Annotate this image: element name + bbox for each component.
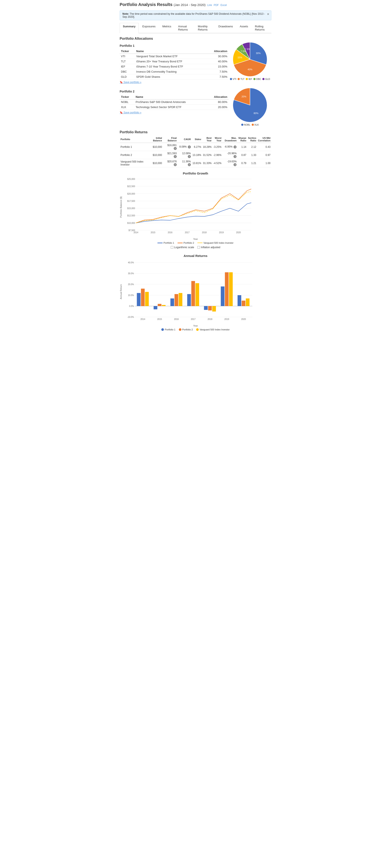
tab-rolling-returns[interactable]: Rolling Returns	[252, 23, 271, 33]
portfolio-returns-table: Portfolio InitialBalance FinalBalance CA…	[120, 136, 271, 167]
allocation-cell: 40.00%	[206, 59, 229, 64]
svg-rect-43	[141, 288, 145, 306]
sortino-cell: 2.12	[247, 143, 257, 151]
portfolio2-legend: NOBLXLK	[241, 123, 259, 126]
portfolio2-section: Portfolio 2 Ticker Name Allocation NOBLP…	[120, 88, 271, 126]
svg-text:$15,000: $15,000	[127, 207, 135, 210]
annual-returns-chart-container: Annual Return -10.0%0.0%10.0%20.0%30.0%4…	[120, 259, 271, 324]
log-scale-checkbox[interactable]	[171, 246, 173, 249]
tab-summary[interactable]: Summary	[120, 23, 139, 33]
annual-chart-svg: -10.0%0.0%10.0%20.0%30.0%40.0%2014201520…	[123, 259, 255, 323]
svg-rect-51	[175, 294, 178, 306]
returns-col-maxdd: Max.Drawdown	[222, 136, 237, 143]
svg-text:30%: 30%	[256, 52, 261, 55]
growth-legend-vanguard-line	[198, 243, 203, 243]
svg-text:2016: 2016	[174, 318, 179, 320]
svg-text:30.0%: 30.0%	[128, 272, 134, 275]
table-row: TLTiShares 20+ Year Treasury Bond ETF40.…	[120, 59, 229, 64]
portfolio1-section: Portfolio 1 Ticker Name Allocation VTIVa…	[120, 42, 271, 84]
growth-legend-p2-label: Portfolio 2	[184, 242, 194, 244]
legend-item: DBC	[253, 78, 261, 80]
svg-text:$25,000: $25,000	[127, 178, 135, 180]
info-icon[interactable]: ℹ	[174, 163, 177, 166]
portfolio-allocations-title: Portfolio Allocations	[120, 37, 271, 40]
close-icon[interactable]: ✕	[267, 12, 269, 16]
col-name: Name	[135, 49, 206, 54]
info-icon[interactable]: ℹ	[234, 163, 237, 166]
svg-rect-47	[158, 304, 161, 306]
legend-color-dot	[262, 78, 265, 80]
svg-rect-59	[208, 306, 212, 310]
log-scale-option[interactable]: Logarithmic scale	[171, 246, 194, 249]
link-button[interactable]: Link	[207, 4, 212, 7]
annual-legend-vanguard: Vanguard 500 Index Investor	[196, 328, 230, 331]
us-mkt-corr-cell: 1.00	[257, 159, 271, 167]
table-row: Vanguard 500 Index Investor $10,000 $20,…	[120, 159, 271, 167]
growth-chart-legend: Portfolio 1 Portfolio 2 Vanguard 500 Ind…	[120, 242, 271, 244]
pdf-button[interactable]: PDF	[214, 4, 219, 7]
info-icon[interactable]: ℹ	[234, 146, 237, 149]
tab-bar: Summary Exposures Metrics Annual Returns…	[120, 23, 271, 33]
col-allocation: Allocation	[206, 49, 229, 54]
annual-returns-section: Annual Returns Annual Return -10.0%0.0%1…	[120, 254, 271, 331]
legend-color-dot	[252, 124, 254, 126]
note-box: Note: The time period was constrained by…	[120, 10, 271, 20]
inflation-option[interactable]: Inflation adjusted	[198, 246, 220, 249]
save-portfolio1-link[interactable]: 🔖 Save portfolio »	[120, 81, 142, 84]
tab-metrics[interactable]: Metrics	[159, 23, 175, 33]
inflation-label: Inflation adjusted	[201, 246, 220, 249]
ticker-cell: GLD	[120, 74, 135, 80]
final-balance-cell: $16,891 ℹ	[163, 143, 178, 151]
svg-rect-68	[246, 299, 249, 306]
svg-rect-64	[229, 272, 233, 306]
info-icon[interactable]: ℹ	[234, 155, 237, 158]
name-cell: Invesco DB Commodity Tracking	[135, 69, 206, 74]
log-scale-label: Logarithmic scale	[174, 246, 194, 249]
worst-year-cell: -4.52%	[212, 159, 222, 167]
svg-rect-55	[191, 281, 195, 306]
info-icon[interactable]: ℹ	[174, 155, 177, 158]
portfolio-name-cell: Portfolio 1	[120, 143, 152, 151]
info-icon[interactable]: ℹ	[188, 163, 191, 166]
cagr-cell: 11.36% ℹ	[178, 159, 192, 167]
portfolio1-table-wrap: Portfolio 1 Ticker Name Allocation VTIVa…	[120, 42, 229, 84]
growth-y-axis-label: Portfolio Balance ($)	[120, 177, 122, 237]
legend-label: XLK	[254, 123, 259, 126]
us-mkt-corr-cell: 0.43	[257, 143, 271, 151]
svg-rect-50	[171, 299, 174, 306]
portfolio1-pie-chart: 30%40%15%7.5%7.5%	[233, 42, 267, 76]
excel-button[interactable]: Excel	[220, 4, 227, 7]
info-icon[interactable]: ℹ	[188, 146, 191, 149]
svg-text:10.0%: 10.0%	[128, 294, 134, 297]
annual-legend-p1-dot	[161, 328, 164, 331]
worst-year-cell: -2.96%	[212, 151, 222, 159]
growth-legend-vanguard-label: Vanguard 500 Index Investor	[203, 242, 233, 244]
inflation-checkbox[interactable]	[198, 246, 200, 249]
svg-text:$17,500: $17,500	[127, 200, 135, 202]
tab-assets[interactable]: Assets	[237, 23, 251, 33]
info-icon[interactable]: ℹ	[174, 147, 177, 150]
legend-color-dot	[241, 124, 243, 126]
best-year-cell: 31.52%	[202, 151, 213, 159]
growth-chart-container: Portfolio Balance ($) $7,500$10,000$12,5…	[120, 177, 271, 237]
sharpe-cell: 0.79	[237, 159, 247, 167]
tab-exposures[interactable]: Exposures	[139, 23, 158, 33]
save-portfolio2-link[interactable]: 🔖 Save portfolio »	[120, 111, 142, 114]
returns-col-best: BestYear	[202, 136, 213, 143]
svg-text:2018: 2018	[208, 318, 213, 320]
svg-text:2015: 2015	[151, 231, 155, 234]
max-drawdown-cell: -6.95% ℹ	[222, 143, 237, 151]
legend-label: GLD	[265, 78, 270, 80]
tab-drawdowns[interactable]: Drawdowns	[215, 23, 236, 33]
initial-balance-cell: $10,000	[152, 151, 163, 159]
returns-col-initial: InitialBalance	[152, 136, 163, 143]
allocation-cell: 20.00%	[207, 105, 229, 110]
tab-monthly-returns[interactable]: Monthly Returns	[194, 23, 215, 33]
info-icon[interactable]: ℹ	[188, 155, 191, 158]
legend-color-dot	[230, 78, 232, 80]
note-text: The time period was constrained by the a…	[122, 12, 265, 19]
tab-annual-returns[interactable]: Annual Returns	[175, 23, 194, 33]
stdev-cell: 13.81%	[192, 159, 202, 167]
portfolio1-table: Ticker Name Allocation VTIVanguard Total…	[120, 49, 229, 80]
best-year-cell: 31.33%	[202, 159, 213, 167]
